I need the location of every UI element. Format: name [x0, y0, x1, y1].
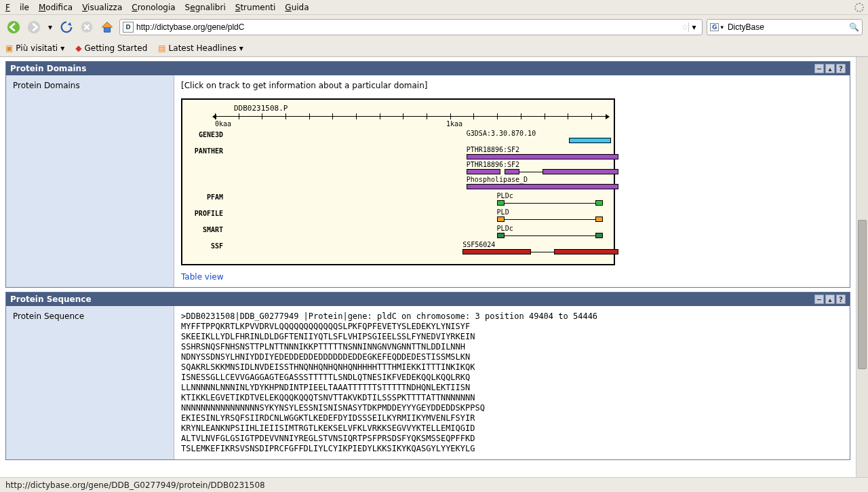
search-engine-icon[interactable]: G [710, 23, 719, 31]
track-panther-label: PANTHER [189, 146, 227, 155]
panther-segment-2a[interactable] [467, 169, 500, 174]
domain-hint-text: [Click on track to get information about… [181, 81, 843, 90]
domain-track-viewer[interactable]: DDB0231508.P 0kaa 1kaa GENE3D G3DSA:3.30… [181, 98, 615, 265]
ssf-segment-b[interactable] [554, 249, 618, 254]
status-bar: http://dictybase.org/gene/DDB_G0277949/p… [0, 477, 868, 492]
bookmark-getting-started[interactable]: ◆ Getting Started [75, 43, 147, 53]
pfam-segment-b[interactable] [595, 200, 603, 206]
sequence-text: >DDB0231508|DDB_G0277949 |Protein|gene: … [181, 311, 843, 454]
panel-side-label: Protein Domains [6, 75, 174, 287]
bookmark-star-icon[interactable]: ☆ [681, 22, 688, 32]
panel-header-sequence: Protein Sequence − ▴ ? [6, 292, 850, 306]
site-favicon-icon: D [123, 22, 134, 33]
pfam-segment-a[interactable] [497, 200, 505, 206]
reload-button[interactable] [58, 19, 75, 35]
url-input[interactable] [134, 22, 681, 32]
folder-icon: ▣ [5, 43, 13, 53]
rss-icon: ▤ [158, 43, 165, 53]
status-text: http://dictybase.org/gene/DDB_G0277949/p… [5, 480, 265, 490]
panel-up-button[interactable]: ▴ [825, 295, 835, 304]
vertical-scrollbar[interactable] [856, 57, 868, 477]
panel-title: Protein Domains [10, 64, 86, 73]
search-engine-dropdown[interactable]: ▾ [719, 24, 725, 31]
search-input[interactable] [725, 22, 849, 32]
panel-minimize-button[interactable]: − [814, 64, 824, 73]
track-ssf-label: SSF [189, 241, 227, 250]
track-gene3d-label: GENE3D [189, 130, 227, 138]
menubar: File Modifica Visualizza Cronologia Segn… [0, 0, 868, 15]
profile-segment-b[interactable] [595, 216, 603, 222]
menu-bookmarks[interactable]: Segnalibri [185, 3, 226, 12]
panel-protein-sequence: Protein Sequence − ▴ ? Protein Sequence … [5, 292, 850, 460]
panel-side-label: Protein Sequence [6, 306, 174, 459]
panel-help-button[interactable]: ? [836, 295, 846, 304]
menu-tools[interactable]: Strumenti [235, 3, 276, 12]
panel-minimize-button[interactable]: − [814, 295, 824, 304]
stop-button[interactable] [79, 19, 95, 35]
search-bar[interactable]: G ▾ 🔍 [707, 19, 863, 35]
ruler-axis [215, 116, 607, 117]
smart-segment-b[interactable] [595, 233, 603, 238]
track-pfam-label: PFAM [189, 192, 227, 201]
search-go-icon[interactable]: 🔍 [849, 22, 859, 32]
protein-id-label: DDB0231508.P [234, 104, 288, 113]
panther-segment-3[interactable] [467, 184, 618, 189]
smart-segment-a[interactable] [497, 233, 505, 238]
panel-header-domains: Protein Domains − ▴ ? [6, 62, 850, 75]
panel-title: Protein Sequence [10, 295, 92, 304]
url-history-dropdown[interactable]: ▾ [688, 22, 699, 32]
panther-segment-1[interactable] [467, 154, 618, 159]
page-content: Protein Domains − ▴ ? Protein Domains [C… [0, 57, 856, 477]
menu-history[interactable]: Cronologia [132, 3, 175, 12]
forward-button[interactable] [26, 19, 42, 35]
forward-dropdown[interactable]: ▾ [46, 19, 54, 35]
scrollbar-thumb[interactable] [858, 220, 867, 369]
profile-segment-a[interactable] [497, 216, 505, 222]
back-button[interactable] [5, 19, 22, 35]
menu-file[interactable]: File [5, 3, 29, 12]
gene3d-segment[interactable] [569, 138, 611, 143]
track-profile-label: PROFILE [189, 208, 227, 217]
bookmark-icon: ◆ [75, 43, 81, 53]
panther-segment-2b[interactable] [505, 169, 519, 174]
bookmark-latest-headlines[interactable]: ▤ Latest Headlines▾ [158, 43, 243, 53]
table-view-link[interactable]: Table view [181, 272, 223, 282]
home-button[interactable] [99, 19, 115, 35]
menu-help[interactable]: Guida [285, 3, 309, 12]
menu-view[interactable]: Visualizza [82, 3, 122, 12]
nav-toolbar: ▾ D ☆ ▾ G ▾ 🔍 [0, 15, 868, 39]
bookmarks-toolbar: ▣ Più visitati▾ ◆ Getting Started ▤ Late… [0, 39, 868, 57]
url-bar[interactable]: D ☆ ▾ [119, 19, 703, 35]
ssf-segment-a[interactable] [462, 249, 531, 254]
menu-edit[interactable]: Modifica [39, 3, 73, 12]
panther-segment-2c[interactable] [542, 169, 618, 174]
panel-help-button[interactable]: ? [836, 64, 846, 73]
track-smart-label: SMART [189, 225, 227, 233]
panel-up-button[interactable]: ▴ [825, 64, 835, 73]
panel-protein-domains: Protein Domains − ▴ ? Protein Domains [C… [5, 61, 850, 288]
loading-spinner-icon [854, 3, 864, 12]
bookmark-most-visited[interactable]: ▣ Più visitati▾ [5, 43, 64, 53]
